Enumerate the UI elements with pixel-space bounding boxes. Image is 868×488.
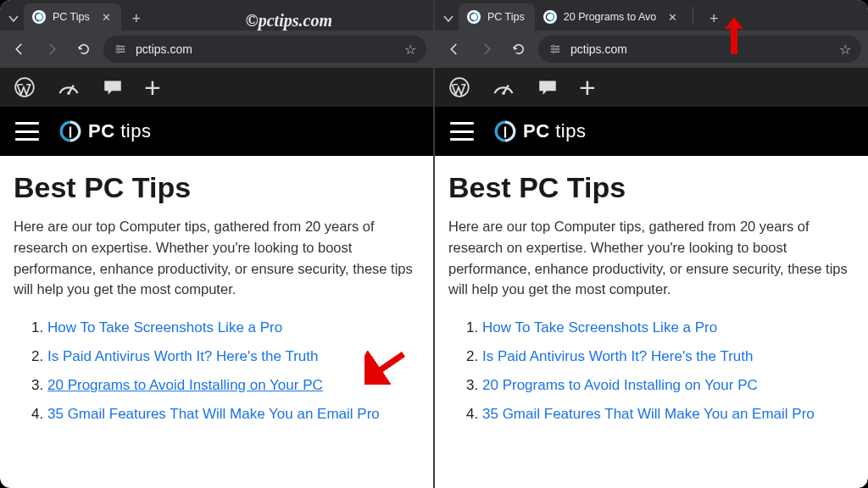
browser-tab[interactable]: PC Tips [459,3,535,30]
list-item: 35 Gmail Features That Will Make You an … [482,400,854,429]
add-new-icon[interactable]: + [144,73,161,102]
list-item: Is Paid Antivirus Worth It? Here's the T… [482,342,854,371]
reload-button[interactable] [506,36,531,62]
list-item: 20 Programs to Avoid Installing on Your … [482,371,854,400]
browser-chrome: PC Tips ✕ + ©pctips.com [0,0,433,68]
logo-text: PC tips [88,120,151,142]
favicon-icon [467,10,481,24]
tip-link[interactable]: How To Take Screenshots Like a Pro [482,319,717,336]
site-settings-icon[interactable] [114,42,127,56]
url-text: pctips.com [136,42,192,56]
tip-link[interactable]: Is Paid Antivirus Worth It? Here's the T… [482,348,753,364]
wordpress-icon[interactable] [12,75,37,100]
svg-point-6 [67,92,70,95]
svg-point-13 [553,51,555,53]
back-button[interactable] [7,36,32,62]
new-tab-button[interactable]: + [125,7,148,30]
tip-link[interactable]: 35 Gmail Features That Will Make You an … [482,406,815,422]
forward-button[interactable] [474,36,499,62]
svg-point-16 [502,92,505,95]
wp-admin-bar: + [435,68,868,107]
tab-history-button[interactable] [3,7,24,30]
tab-strip: PC Tips 20 Programs to Avo ✕ + [435,0,868,30]
site-settings-icon[interactable] [548,42,562,56]
wp-admin-bar: + [0,68,433,107]
svg-rect-7 [70,127,71,138]
wordpress-icon[interactable] [447,75,472,100]
browser-chrome: PC Tips 20 Programs to Avo ✕ + [435,0,868,68]
url-text: pctips.com [570,42,627,56]
browser-tab[interactable]: PC Tips ✕ [24,3,121,30]
left-window: PC Tips ✕ + ©pctips.com [0,0,435,488]
tips-list: How To Take Screenshots Like a Pro Is Pa… [14,313,420,429]
address-bar[interactable]: pctips.com ☆ [103,36,426,63]
tip-link[interactable]: 20 Programs to Avoid Installing on Your … [482,377,758,393]
url-bar-row: pctips.com ☆ [0,30,433,68]
svg-point-12 [556,48,559,51]
page-content: Best PC Tips Here are our top Computer t… [0,156,433,429]
page-heading: Best PC Tips [14,171,420,204]
tip-link[interactable]: How To Take Screenshots Like a Pro [47,319,282,336]
back-button[interactable] [442,36,467,62]
tab-title: PC Tips [53,11,90,23]
tab-strip: PC Tips ✕ + ©pctips.com [0,0,433,30]
menu-button[interactable] [15,122,39,141]
address-bar[interactable]: pctips.com ☆ [538,36,861,63]
close-icon[interactable]: ✕ [102,11,111,24]
watermark-text: ©pctips.com [246,11,332,30]
menu-button[interactable] [450,122,474,141]
url-bar-row: pctips.com ☆ [435,30,868,68]
list-item: How To Take Screenshots Like a Pro [482,313,854,342]
tip-link[interactable]: Is Paid Antivirus Worth It? Here's the T… [47,348,318,364]
bookmark-star-icon[interactable]: ☆ [404,42,416,58]
close-icon[interactable]: ✕ [668,11,677,24]
tip-link[interactable]: 20 Programs to Avoid Installing on Your … [47,377,323,393]
page-intro: Here are our top Computer tips, gathered… [448,216,854,300]
tip-link[interactable]: 35 Gmail Features That Will Make You an … [47,406,380,422]
list-item: How To Take Screenshots Like a Pro [47,313,420,342]
gauge-icon[interactable] [491,75,516,100]
red-arrow-icon [364,351,407,385]
gauge-icon[interactable] [56,75,81,100]
tips-list: How To Take Screenshots Like a Pro Is Pa… [448,313,854,429]
tab-title: 20 Programs to Avo [564,11,657,23]
page-intro: Here are our top Computer tips, gathered… [14,216,420,300]
tab-separator [693,7,693,24]
red-arrow-icon [723,15,745,56]
forward-button[interactable] [39,36,64,62]
tab-title: PC Tips [487,11,525,23]
favicon-icon [543,10,557,24]
comment-icon[interactable] [535,75,560,100]
svg-point-11 [552,45,554,47]
tab-history-button[interactable] [438,7,459,30]
browser-tab[interactable]: 20 Programs to Avo ✕ [535,3,688,30]
site-logo[interactable]: PC tips [59,120,151,142]
comment-icon[interactable] [100,75,125,100]
favicon-icon [32,10,46,24]
page-content: Best PC Tips Here are our top Computer t… [435,156,868,429]
logo-text: PC tips [523,120,586,142]
add-new-icon[interactable]: + [579,73,596,102]
svg-line-8 [371,354,403,376]
svg-point-1 [117,45,120,47]
right-window: PC Tips 20 Programs to Avo ✕ + [435,0,868,488]
reload-button[interactable] [71,36,97,62]
bookmark-star-icon[interactable]: ☆ [839,42,851,58]
list-item: 35 Gmail Features That Will Make You an … [47,400,420,429]
svg-point-3 [118,51,120,53]
page-heading: Best PC Tips [448,171,854,204]
svg-rect-17 [504,127,506,138]
site-logo[interactable]: PC tips [494,120,586,142]
svg-point-2 [121,48,124,51]
site-header: PC tips [0,107,433,156]
site-header: PC tips [435,107,868,156]
